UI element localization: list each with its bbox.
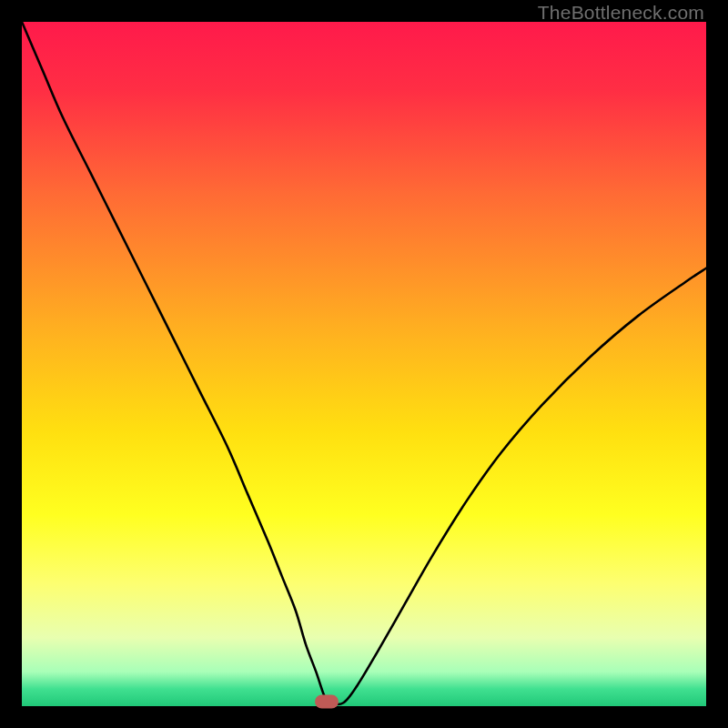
chart-frame	[22, 22, 706, 706]
svg-rect-0	[22, 22, 706, 706]
gradient-background	[22, 22, 706, 706]
watermark-text: TheBottleneck.com	[538, 2, 704, 24]
optimal-point-marker	[315, 694, 339, 708]
